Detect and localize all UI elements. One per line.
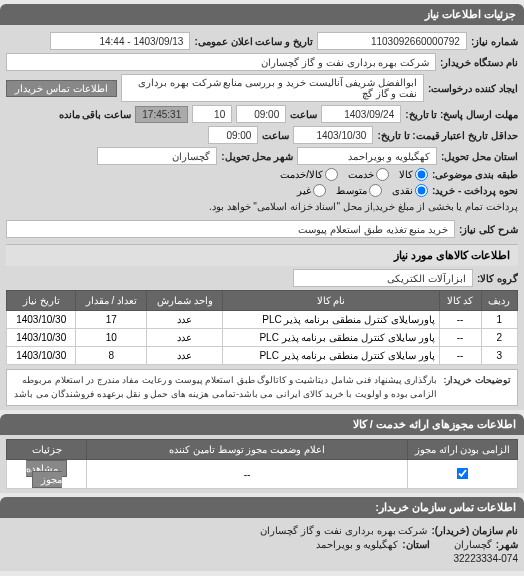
label-announce: تاریخ و ساعت اعلان عمومی:: [194, 36, 312, 47]
cell-unit: عدد: [147, 347, 223, 365]
cell-status: --: [87, 460, 408, 489]
col-idx: ردیف: [481, 291, 517, 311]
col-name: نام کالا: [223, 291, 439, 311]
label-deadline-send: مهلت ارسال پاسخ: تا تاریخ:: [405, 109, 518, 120]
field-req-no: 1103092660000792: [317, 32, 467, 50]
table-row: 3--پاور سایلای کنترل منطقی برنامه پذیر P…: [7, 347, 518, 365]
sub-header-goods: اطلاعات کالاهای مورد نیاز: [6, 244, 518, 266]
section-body-need-details: شماره نیاز: 1103092660000792 تاریخ و ساع…: [0, 25, 524, 410]
field-city: گچساران: [97, 147, 217, 165]
view-permit-button[interactable]: مشاهده مجوز: [26, 460, 67, 488]
radio-option-kala[interactable]: کالا: [399, 168, 428, 181]
field-remaining-days: 10: [192, 105, 232, 123]
cell-code: --: [439, 311, 481, 329]
field-province: کهگیلویه و بویراحمد: [297, 147, 437, 165]
table-row: -- مشاهده مجوز: [7, 460, 518, 489]
checkbox-mandatory[interactable]: [457, 467, 469, 479]
cell-qty: 8: [76, 347, 147, 365]
value-city2: گچساران: [454, 539, 492, 550]
radio-option-other[interactable]: غیر: [297, 184, 326, 197]
radio-option-khedmat[interactable]: خدمت: [348, 168, 389, 181]
cell-idx: 3: [481, 347, 517, 365]
goods-table: ردیف کد کالا نام کالا واحد شمارش تعداد /…: [6, 290, 518, 365]
section-header-permits: اطلاعات مجوزهای ارائه خدمت / کالا: [0, 414, 524, 435]
section-header-buyer-contact: اطلاعات تماس سازمان خریدار:: [0, 497, 524, 518]
radio-option-cash[interactable]: نقدی: [392, 184, 428, 197]
cell-idx: 2: [481, 329, 517, 347]
cell-code: --: [439, 347, 481, 365]
field-deadline-date: 1403/09/24: [321, 105, 401, 123]
field-countdown: 17:45:31: [135, 106, 188, 123]
label-payment: نحوه پرداخت - خرید:: [432, 185, 518, 196]
label-requester: ایجاد کننده درخواست:: [428, 83, 518, 94]
label-city2: شهر:: [496, 539, 518, 550]
label-buyer-org: نام دستگاه خریدار:: [440, 57, 518, 68]
label-req-no: شماره نیاز:: [471, 36, 518, 47]
label-budget-type: طبقه بندی موضوعی:: [432, 169, 518, 180]
cell-name: پاورسایلای کنترل منطقی برنامه پذیر PLC: [223, 311, 439, 329]
label-goods-group: گروه کالا:: [477, 273, 518, 284]
cell-unit: عدد: [147, 329, 223, 347]
col-mandatory: الزامی بودن ارائه مجوز: [408, 440, 518, 460]
radio-budget-type: کالا خدمت کالا/خدمت: [280, 168, 428, 181]
label-general-desc: شرح کلی نیاز:: [459, 224, 518, 235]
radio-payment: نقدی متوسط غیر: [297, 184, 428, 197]
field-requester: ابوالفضل شریفی آنالیست خرید و بررسی مناب…: [121, 74, 425, 102]
table-row: 1--پاورسایلای کنترل منطقی برنامه پذیر PL…: [7, 311, 518, 329]
payment-desc: پرداخت تمام یا بخشی از مبلغ خرید,از محل …: [209, 201, 518, 212]
col-qty: تعداد / مقدار: [76, 291, 147, 311]
field-deadline-time: 09:00: [236, 105, 286, 123]
cell-date: 1403/10/30: [7, 329, 76, 347]
buyer-note-text: بارگذاری پیشنهاد فنی شامل دیتاشیت و کاتا…: [13, 374, 438, 401]
permits-table: الزامی بودن ارائه مجوز اعلام وضعیت مجوز …: [6, 439, 518, 489]
buyer-note-box: توضیحات خریدار: بارگذاری پیشنهاد فنی شام…: [6, 369, 518, 406]
label-province: استان محل تحویل:: [441, 151, 518, 162]
section-body-buyer-contact: نام سازمان (خریدار): شرکت بهره برداری نف…: [0, 518, 524, 571]
cell-name: پاور سایلای کنترل منطقی برنامه پذیر PLC: [223, 347, 439, 365]
value-org: شرکت بهره برداری نفت و گاز گچساران: [260, 525, 428, 536]
buyer-note-label: توضیحات خریدار:: [444, 374, 512, 401]
radio-option-mid[interactable]: متوسط: [336, 184, 382, 197]
col-unit: واحد شمارش: [147, 291, 223, 311]
field-goods-group: ابزارآلات الکتریکی: [293, 269, 473, 287]
cell-unit: عدد: [147, 311, 223, 329]
field-announce: 1403/09/13 - 14:44: [50, 32, 190, 50]
cell-qty: 17: [76, 311, 147, 329]
col-date: تاریخ نیاز: [7, 291, 76, 311]
field-general-desc: خرید منبع تغذیه طبق استعلام پیوست: [6, 220, 455, 238]
col-detail: جزئیات: [7, 440, 87, 460]
section-header-need-details: جزئیات اطلاعات نیاز: [0, 4, 524, 25]
section-body-permits: الزامی بودن ارائه مجوز اعلام وضعیت مجوز …: [0, 435, 524, 493]
cell-code: --: [439, 329, 481, 347]
value-phone: 32223334-074: [453, 553, 518, 564]
table-row: 2--پاور سایلای کنترل منطقی برنامه پذیر P…: [7, 329, 518, 347]
cell-name: پاور سایلای کنترل منطقی برنامه پذیر PLC: [223, 329, 439, 347]
field-buyer-org: شرکت بهره برداری نفت و گاز گچساران: [6, 53, 436, 71]
col-status: اعلام وضعیت مجوز توسط تامین کننده: [87, 440, 408, 460]
label-validity: حداقل تاریخ اعتبار قیمت: تا تاریخ:: [377, 130, 518, 141]
label-remaining-suffix: ساعت باقی مانده: [59, 109, 132, 120]
value-province2: کهگیلویه و بویراحمد: [316, 539, 399, 550]
label-time-1: ساعت: [290, 109, 317, 120]
cell-date: 1403/10/30: [7, 347, 76, 365]
cell-date: 1403/10/30: [7, 311, 76, 329]
radio-option-mix[interactable]: کالا/خدمت: [280, 168, 338, 181]
col-code: کد کالا: [439, 291, 481, 311]
label-city: شهر محل تحویل:: [221, 151, 293, 162]
label-org: نام سازمان (خریدار):: [431, 525, 518, 536]
field-validity-time: 09:00: [208, 126, 258, 144]
field-validity-date: 1403/10/30: [293, 126, 373, 144]
label-time-2: ساعت: [262, 130, 289, 141]
label-province2: استان:: [402, 539, 429, 550]
cell-idx: 1: [481, 311, 517, 329]
cell-qty: 10: [76, 329, 147, 347]
buyer-contact-button[interactable]: اطلاعات تماس خریدار: [6, 80, 117, 97]
